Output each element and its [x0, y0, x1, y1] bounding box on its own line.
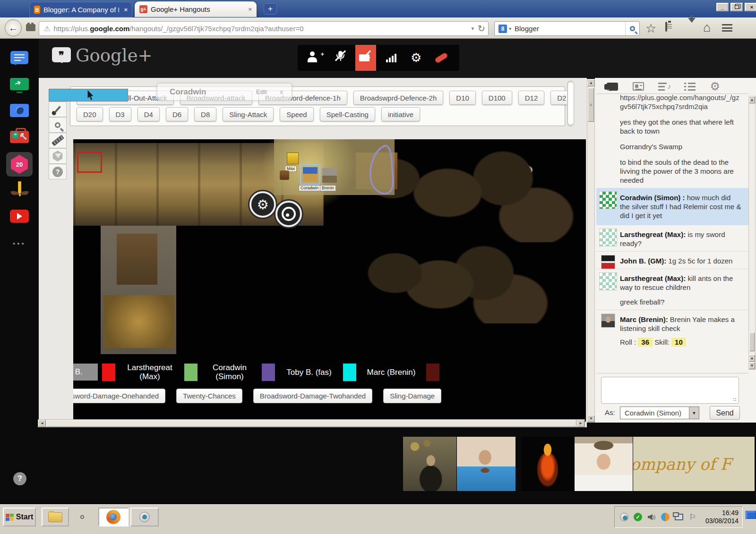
help-button[interactable]: ?	[13, 472, 26, 485]
menu-icon[interactable]	[722, 24, 732, 32]
macro-button[interactable]: Speed	[280, 107, 313, 121]
explorer-button[interactable]	[42, 508, 69, 526]
legend-swatch[interactable]	[426, 364, 439, 381]
send-button[interactable]: Send	[710, 406, 740, 420]
macro-button[interactable]: Sling-Damage	[383, 389, 441, 403]
legend-swatch[interactable]	[262, 364, 275, 381]
speak-as-select[interactable]: Coradwin (Simon) ▼	[620, 407, 699, 419]
token-coradwin[interactable]	[303, 167, 318, 182]
webcam-view-button[interactable]	[275, 201, 302, 227]
token-creature[interactable]	[280, 170, 289, 180]
tool-dice[interactable]	[49, 148, 67, 164]
back-button[interactable]: ←	[5, 19, 22, 36]
token-max[interactable]	[287, 153, 299, 164]
download-icon[interactable]	[688, 18, 696, 34]
legend-swatch[interactable]	[343, 364, 356, 381]
tool-paint-brush[interactable]	[49, 102, 67, 117]
taskbar-clock[interactable]: 16:49 03/08/2014	[705, 509, 739, 525]
url-dropdown-icon[interactable]: ▾	[472, 25, 474, 32]
participant-video-1[interactable]	[403, 437, 457, 491]
start-button[interactable]: Start	[3, 508, 36, 526]
search-input[interactable]: 8 ▾ Blogger	[494, 21, 640, 36]
sidebar-item-dice-roller[interactable]: 20	[6, 152, 33, 177]
token-edit-button[interactable]: Edit	[256, 88, 266, 95]
macro-button[interactable]: Sling-Attack	[223, 107, 274, 121]
webcam-button[interactable]	[130, 508, 159, 526]
browser-tab-blogger[interactable]: B Blogger: A Company of Fools ... ×	[29, 2, 132, 17]
macro-button[interactable]: initiative	[381, 107, 420, 121]
scroll-right-icon[interactable]: ►	[577, 420, 584, 427]
campaign-banner[interactable]: ompany of F	[633, 437, 755, 491]
scroll-up-icon[interactable]: ▲	[749, 355, 755, 362]
search-engine-icon[interactable]: 8	[498, 25, 507, 33]
tab-close-icon[interactable]: ×	[119, 6, 128, 13]
scrollbar-thumb[interactable]	[46, 420, 576, 427]
macro-button[interactable]: Broadswprd-Defence-2h	[353, 91, 444, 105]
tool-select-cursor[interactable]	[49, 89, 128, 102]
url-bar[interactable]: ⚠ https://plus.google.com/hangouts/_/gzg…	[39, 21, 489, 36]
tool-zoom[interactable]	[49, 117, 67, 133]
webcam-tray-icon[interactable]	[619, 512, 629, 522]
token-popup-close-icon[interactable]: x	[280, 88, 284, 95]
reload-icon[interactable]: ↻	[478, 23, 485, 34]
mute-camera-button[interactable]	[355, 45, 376, 71]
tool-ruler[interactable]	[49, 133, 67, 148]
usb-icon[interactable]: ✓	[633, 512, 643, 522]
bandwidth-button[interactable]	[381, 45, 402, 71]
macro-button[interactable]: Broadsword-Damage-Onehanded	[73, 389, 165, 403]
scroll-left-icon[interactable]: ◄	[38, 420, 46, 427]
home-icon[interactable]: ⌂	[703, 21, 711, 34]
brick-icon[interactable]	[26, 24, 35, 31]
tool-help[interactable]: ?	[49, 164, 67, 179]
macro-button[interactable]: Broadsword-Damage-Twohanded	[253, 389, 372, 403]
firefox-button[interactable]	[98, 508, 129, 526]
legend-swatch[interactable]	[184, 364, 198, 381]
volume-icon[interactable]: )))	[647, 512, 656, 522]
flag-icon[interactable]: ⚐	[688, 512, 697, 522]
browser-tab-hangouts[interactable]: g+ Google+ Hangouts ×	[135, 1, 257, 17]
scroll-up-icon[interactable]: ▲	[749, 96, 755, 103]
minimize-button[interactable]: _	[716, 3, 729, 11]
macro-button[interactable]: Spell-Casting	[320, 107, 375, 121]
network-icon[interactable]	[674, 512, 684, 522]
legend-swatch[interactable]	[102, 364, 115, 381]
add-person-button[interactable]: +	[305, 45, 326, 71]
chat-messages[interactable]: https://plus.google.com/hangouts/_/gzgv5…	[596, 94, 748, 370]
macro-button[interactable]: D12	[518, 91, 545, 105]
macro-scrollbar[interactable]	[567, 80, 574, 127]
scrollbar-thumb[interactable]: ≡	[588, 88, 594, 122]
macro-button[interactable]: D3	[109, 107, 131, 121]
list-icon[interactable]	[684, 82, 696, 91]
notes-icon[interactable]	[633, 82, 644, 91]
settings-button[interactable]: ⚙	[406, 45, 427, 71]
macro-button[interactable]: D100	[482, 91, 512, 105]
avast-tray-icon[interactable]	[661, 512, 670, 522]
scroll-up-icon[interactable]: ▲	[587, 79, 595, 86]
macro-button[interactable]: Twenty-Chances	[176, 389, 242, 403]
playlist-icon[interactable]	[658, 82, 670, 91]
macro-button[interactable]: D6	[166, 107, 188, 121]
sidebar-item-youtube[interactable]	[9, 208, 29, 225]
new-tab-button[interactable]: +	[264, 3, 277, 15]
search-engine-dropdown-icon[interactable]: ▾	[509, 26, 511, 31]
macro-button[interactable]: D4	[137, 107, 160, 121]
token-brenin[interactable]	[322, 168, 337, 183]
close-button[interactable]: ×	[745, 3, 756, 11]
mute-microphone-button[interactable]	[330, 45, 351, 71]
sidebar-item-more[interactable]: •••	[9, 235, 29, 252]
macro-button[interactable]: D10	[449, 91, 476, 105]
site-identity-icon[interactable]: ⚠	[44, 25, 50, 33]
map-settings-button[interactable]: ⚙	[249, 191, 276, 218]
bookmark-star-icon[interactable]: ☆	[645, 22, 656, 34]
participant-avatar-fire[interactable]	[521, 437, 575, 491]
battle-map[interactable]: Max Coradwin Brenin ⚙ John B. Larsthegre…	[73, 139, 586, 422]
scroll-down-icon[interactable]: ▼	[749, 362, 755, 369]
scroll-down-icon[interactable]: ▼	[587, 415, 595, 422]
chat-icon[interactable]	[607, 83, 618, 91]
chat-scrollbar[interactable]: ▲ ▲ ▼	[748, 96, 756, 370]
sidebar-item-draw[interactable]	[9, 181, 29, 198]
sidebar-item-screenshare[interactable]	[9, 76, 29, 93]
participant-video-hat[interactable]	[575, 437, 633, 491]
sidebar-item-toolbox[interactable]	[9, 128, 29, 145]
tab-close-icon[interactable]: ×	[243, 6, 252, 13]
